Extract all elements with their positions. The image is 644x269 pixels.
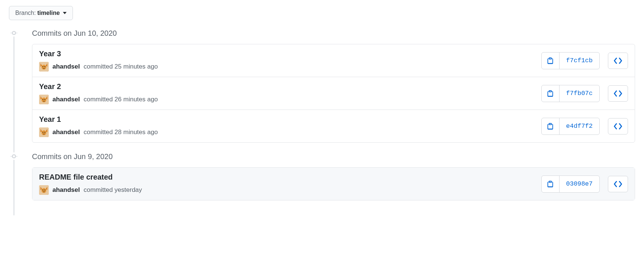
avatar[interactable] — [39, 185, 49, 195]
clipboard-icon — [547, 57, 554, 64]
clipboard-icon — [547, 123, 554, 130]
commit-group-date: Commits on Jun 9, 2020 — [32, 152, 113, 161]
commit-title-link[interactable]: Year 2 — [39, 82, 541, 91]
commit-sha-group: f7cf1cb — [541, 52, 600, 69]
browse-code-button[interactable] — [608, 118, 628, 134]
commit-main: Year 3 ahandsel committed — [39, 50, 541, 72]
copy-sha-button[interactable] — [542, 118, 560, 134]
commit-title-link[interactable]: Year 3 — [39, 50, 541, 58]
commit-author-link[interactable]: ahandsel — [52, 186, 80, 194]
git-commit-icon — [10, 29, 17, 37]
code-icon — [614, 57, 622, 65]
avatar[interactable] — [39, 127, 49, 137]
svg-point-1 — [42, 65, 47, 70]
commit-main: Year 2 ahandsel committed — [39, 82, 541, 104]
commit-row: README file created ahandsel commit — [32, 168, 635, 200]
commit-row: Year 3 ahandsel committed — [32, 44, 635, 77]
svg-point-5 — [42, 98, 47, 102]
avatar[interactable] — [39, 62, 49, 72]
branch-selector-button[interactable]: Branch: timeline — [9, 6, 73, 20]
commit-author-link[interactable]: ahandsel — [52, 129, 80, 136]
commit-meta: ahandsel committed 25 minutes ago — [39, 62, 541, 72]
branch-selector-name: timeline — [37, 9, 60, 17]
commit-sha-link[interactable]: 03098e7 — [560, 176, 599, 192]
commit-main: README file created ahandsel commit — [39, 173, 541, 195]
commit-sha-group: 03098e7 — [541, 175, 600, 193]
commit-sha-group: f7fb07c — [541, 85, 600, 102]
code-icon — [614, 89, 622, 98]
commit-actions: f7cf1cb — [541, 52, 628, 69]
browse-code-button[interactable] — [608, 85, 628, 102]
commit-meta: ahandsel committed 28 minutes ago — [39, 127, 541, 137]
browse-code-button[interactable] — [608, 53, 628, 69]
svg-point-15 — [44, 190, 45, 191]
svg-point-9 — [42, 130, 47, 135]
commit-timeline: Commits on Jun 10, 2020 Year 3 — [9, 28, 635, 200]
copy-sha-button[interactable] — [542, 53, 560, 69]
chevron-down-icon — [63, 12, 67, 14]
fox-avatar-icon — [39, 127, 49, 137]
svg-point-6 — [42, 99, 44, 100]
commit-list: README file created ahandsel commit — [32, 167, 635, 200]
clipboard-icon — [547, 90, 554, 97]
commit-main: Year 1 ahandsel committed — [39, 115, 541, 137]
commit-group: Commits on Jun 9, 2020 README file creat… — [9, 152, 635, 200]
git-commit-icon — [10, 153, 17, 160]
commit-actions: f7fb07c — [541, 85, 628, 102]
svg-point-7 — [44, 99, 45, 100]
timeline-line — [13, 160, 15, 215]
commit-author-link[interactable]: ahandsel — [52, 96, 80, 103]
commit-group-heading: Commits on Jun 10, 2020 — [9, 28, 635, 38]
svg-point-11 — [44, 132, 45, 133]
commit-sha-group: e4df7f2 — [541, 118, 600, 135]
commit-meta-text: committed 28 minutes ago — [84, 129, 158, 136]
copy-sha-button[interactable] — [542, 176, 560, 192]
svg-point-13 — [42, 188, 47, 193]
fox-avatar-icon — [39, 95, 49, 104]
svg-point-10 — [42, 132, 44, 133]
commit-author-link[interactable]: ahandsel — [52, 63, 80, 70]
commit-sha-link[interactable]: e4df7f2 — [560, 118, 599, 134]
commit-title-link[interactable]: README file created — [39, 173, 541, 181]
commit-row: Year 2 ahandsel committed — [32, 77, 635, 110]
commit-group: Commits on Jun 10, 2020 Year 3 — [9, 28, 635, 143]
svg-point-2 — [42, 66, 44, 67]
clipboard-icon — [547, 180, 554, 188]
commit-row: Year 1 ahandsel committed — [32, 110, 635, 142]
commit-meta-text: committed 26 minutes ago — [84, 96, 158, 103]
commit-title-link[interactable]: Year 1 — [39, 115, 541, 124]
commit-actions: e4df7f2 — [541, 118, 628, 135]
svg-point-3 — [44, 66, 45, 67]
browse-code-button[interactable] — [608, 176, 628, 192]
commit-actions: 03098e7 — [541, 175, 628, 193]
commit-group-date: Commits on Jun 10, 2020 — [32, 29, 117, 38]
commit-sha-link[interactable]: f7fb07c — [560, 85, 599, 102]
commit-list: Year 3 ahandsel committed — [32, 44, 635, 143]
code-icon — [614, 180, 622, 188]
commit-meta-text: committed 25 minutes ago — [84, 63, 158, 70]
commit-meta: ahandsel committed yesterday — [39, 185, 541, 195]
avatar[interactable] — [39, 95, 49, 104]
commit-meta: ahandsel committed 26 minutes ago — [39, 95, 541, 104]
commit-sha-link[interactable]: f7cf1cb — [560, 53, 599, 69]
branch-selector-label: Branch: — [15, 9, 36, 17]
svg-point-14 — [42, 190, 44, 191]
commit-group-heading: Commits on Jun 9, 2020 — [9, 152, 635, 161]
copy-sha-button[interactable] — [542, 85, 560, 102]
fox-avatar-icon — [39, 185, 49, 195]
fox-avatar-icon — [39, 62, 49, 72]
code-icon — [614, 122, 622, 130]
timeline-line — [13, 37, 15, 152]
commit-meta-text: committed yesterday — [84, 186, 142, 194]
